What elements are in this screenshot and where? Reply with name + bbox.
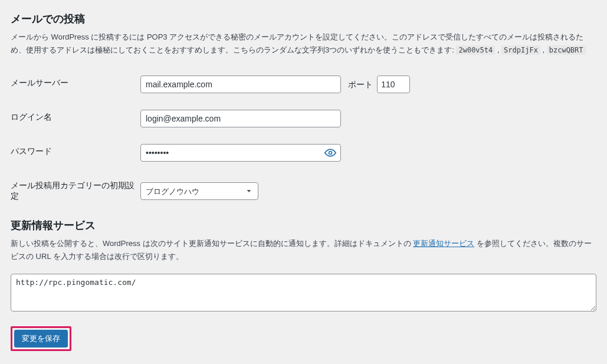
update-services-heading: 更新情報サービス xyxy=(11,218,596,232)
password-input[interactable] xyxy=(140,144,341,162)
port-label: ポート xyxy=(348,80,373,89)
port-input[interactable] xyxy=(377,76,410,93)
mail-server-label: メールサーバー xyxy=(11,67,140,101)
ping-sites-textarea[interactable]: http://rpc.pingomatic.com/ xyxy=(11,274,596,311)
login-name-label: ログイン名 xyxy=(11,101,140,136)
mail-posting-description: メールから WordPress に投稿するには POP3 アクセスができる秘密の… xyxy=(11,31,596,57)
mail-server-input[interactable] xyxy=(140,76,341,93)
update-services-description: 新しい投稿を公開すると、WordPress は次のサイト更新通知サービスに自動的… xyxy=(11,237,596,263)
sep2: , xyxy=(540,45,547,54)
update-services-doc-link[interactable]: 更新通知サービス xyxy=(413,239,474,248)
password-visibility-toggle[interactable] xyxy=(320,145,340,161)
update-desc-pre: 新しい投稿を公開すると、WordPress は次のサイト更新通知サービスに自動的… xyxy=(11,239,413,248)
default-mail-category-select[interactable]: ブログノウハウ xyxy=(140,182,258,200)
submit-highlight: 変更を保存 xyxy=(11,326,71,351)
svg-point-0 xyxy=(329,152,332,155)
random-key-1: 2w00v5t4 xyxy=(456,45,495,55)
mail-posting-heading: メールでの投稿 xyxy=(11,12,596,26)
default-mail-category-label: メール投稿用カテゴリーの初期設定 xyxy=(11,170,140,212)
random-key-3: bzcwQBRT xyxy=(547,45,586,55)
random-key-2: SrdpIjFx xyxy=(501,45,540,55)
login-name-input[interactable] xyxy=(140,110,341,127)
sep1: , xyxy=(495,45,501,54)
password-label: パスワード xyxy=(11,136,140,170)
save-changes-button[interactable]: 変更を保存 xyxy=(14,330,68,347)
eye-icon xyxy=(324,147,336,159)
